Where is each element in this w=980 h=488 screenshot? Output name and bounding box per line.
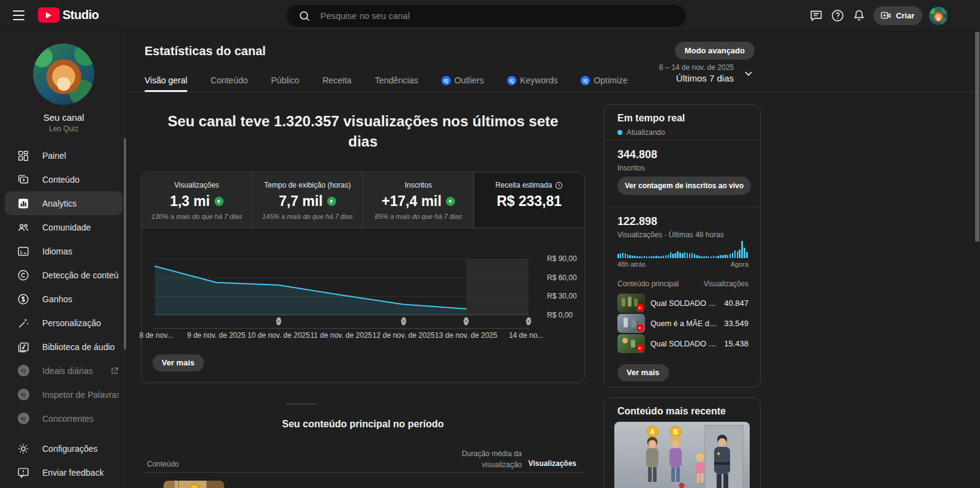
views-48h-label: Visualizações · Últimas 48 horas <box>617 231 724 239</box>
date-range-picker[interactable]: 8 – 14 de nov. de 2025 Últimos 7 dias <box>659 63 755 83</box>
live-subscriber-count-button[interactable]: Ver contagem de inscritos ao vivo <box>617 177 751 195</box>
shorts-badge-icon <box>637 304 643 311</box>
page-scrollbar[interactable] <box>975 32 979 242</box>
audio-library-icon <box>16 340 31 354</box>
sidebar-item-biblioteca-audio[interactable]: Biblioteca de áudio <box>0 335 127 359</box>
sidebar-item-analytics[interactable]: Analytics <box>5 191 123 215</box>
analytics-icon <box>16 196 31 211</box>
shorts-upload-marker-icon[interactable] <box>462 317 470 326</box>
advanced-mode-button[interactable]: Modo avançado <box>675 42 755 59</box>
feedback-icon <box>16 465 31 480</box>
kpi-receita-estimada[interactable]: Receita estimada R$ 233,81 <box>474 172 584 227</box>
search-icon <box>298 10 311 22</box>
realtime-updating: Atualizando <box>617 128 665 137</box>
column-header-visualizacoes[interactable]: Visualizações <box>529 459 577 468</box>
latest-video-thumbnail[interactable]: A B <box>614 422 750 488</box>
subscriber-count: 344.808 <box>617 148 657 161</box>
overview-see-more-button[interactable]: Ver mais <box>153 354 204 372</box>
realtime-card: Em tempo real Atualizando 344.808 Inscri… <box>603 104 761 387</box>
video-thumbnail <box>617 334 645 353</box>
feedback-bubble-icon[interactable] <box>809 9 824 23</box>
vidiq-badge-icon: IQ <box>16 411 31 426</box>
overview-card: Visualizações 1,3 mi 130% a mais do que … <box>141 172 585 383</box>
sidebar-item-painel[interactable]: Painel <box>0 143 127 167</box>
overview-headline: Seu canal teve 1.320.357 visualizações n… <box>141 111 585 151</box>
sidebar-item-deteccao-conteudo[interactable]: Detecção de conteúdo <box>0 263 127 287</box>
table-row-thumbnail[interactable] <box>164 481 224 488</box>
realtime-bar-chart <box>617 240 748 258</box>
tab-publico[interactable]: Público <box>271 75 300 86</box>
x-tick: 10 de nov. de 2025 <box>247 331 310 340</box>
sidebar-item-ganhos[interactable]: Ganhos <box>0 287 127 311</box>
help-icon[interactable] <box>831 9 845 23</box>
subtitles-icon <box>16 244 31 259</box>
chart-x-axis <box>154 328 529 329</box>
shorts-upload-marker-icon[interactable] <box>525 317 532 326</box>
realtime-video-row[interactable]: Qual SOLDADO é o ALIE... 15.438 <box>617 334 748 353</box>
sidebar-scrollbar[interactable] <box>124 138 126 349</box>
sidebar-item-comunidade[interactable]: Comunidade <box>0 215 127 239</box>
sidebar-item-inspetor-palavras-chave[interactable]: IQ Inspetor de Palavras-chave <box>0 383 127 406</box>
video-thumbnail <box>617 294 645 313</box>
realtime-video-row[interactable]: Quem é a MÃE da MENI... 33.549 <box>617 314 748 333</box>
views-col-label: Visualizações <box>704 280 748 288</box>
date-range-text: 8 – 14 de nov. de 2025 <box>659 63 734 72</box>
tab-outliers[interactable]: IQOutliers <box>442 75 484 86</box>
tab-receita[interactable]: Receita <box>322 75 351 86</box>
youtube-logo-icon <box>38 7 59 23</box>
search-input[interactable] <box>320 11 680 21</box>
studio-logo[interactable]: Studio <box>38 7 99 23</box>
sidebar-menu: Painel Conteúdo Analytics Comunidade <box>0 143 127 484</box>
vidiq-badge-icon: IQ <box>16 387 31 402</box>
kpi-inscritos[interactable]: Inscritos +17,4 mil 85% a mais do que há… <box>363 172 474 227</box>
x-tick: 14 de no... <box>509 331 544 340</box>
axis-now: Agora <box>731 261 748 268</box>
subscriber-label: Inscritos <box>617 164 645 172</box>
kpi-visualizacoes[interactable]: Visualizações 1,3 mi 130% a mais do que … <box>141 172 252 227</box>
search-bar[interactable] <box>287 5 686 27</box>
sidebar-item-enviar-feedback[interactable]: Enviar feedback <box>0 460 127 484</box>
sidebar-item-ideais-diarias[interactable]: IQ Ideais diárias <box>0 359 127 383</box>
tab-tendencias[interactable]: Tendências <box>375 75 418 86</box>
create-button[interactable]: Criar <box>873 6 922 25</box>
dollar-icon <box>16 292 31 307</box>
shorts-badge-icon <box>637 324 643 332</box>
realtime-see-more-button[interactable]: Ver mais <box>617 364 669 381</box>
trend-up-icon <box>327 197 336 206</box>
kpi-tempo-exibicao[interactable]: Tempo de exibição (horas) 7,7 mil 145% a… <box>252 172 363 227</box>
coin-graphic <box>189 484 200 488</box>
sidebar-item-concorrentes[interactable]: IQ Concorrentes <box>0 406 127 430</box>
svg-text:B: B <box>673 429 677 435</box>
axis-48h-ago: 48h atrás <box>617 261 646 268</box>
tab-visao-geral[interactable]: Visão geral <box>145 75 187 86</box>
gear-icon <box>16 441 31 456</box>
y-tick: R$ 0,00 <box>547 311 573 319</box>
tab-conteudo[interactable]: Conteúdo <box>211 75 248 86</box>
account-avatar[interactable] <box>929 7 948 25</box>
section-divider <box>286 403 317 405</box>
trend-up-icon <box>214 197 224 206</box>
channel-avatar[interactable] <box>33 44 94 105</box>
live-dot-icon <box>617 130 622 135</box>
sidebar-item-personalizacao[interactable]: Personalização <box>0 311 127 335</box>
realtime-video-row[interactable]: Qual SOLDADO é um R... 40.847 <box>617 294 748 313</box>
video-thumbnail <box>617 314 645 333</box>
notifications-bell-icon[interactable] <box>852 9 867 23</box>
column-header-duracao: Duração média da visualização <box>448 448 522 470</box>
x-tick: 11 de nov. de 2025 <box>311 331 372 340</box>
sidebar-item-conteudo[interactable]: Conteúdo <box>0 167 127 191</box>
sidebar-item-idiomas[interactable]: Idiomas <box>0 239 127 263</box>
sidebar-item-configuracoes[interactable]: Configurações <box>0 437 127 460</box>
channel-subtitle: Leo Quiz <box>0 124 127 133</box>
latest-content-title: Conteúdo mais recente <box>617 406 726 417</box>
shorts-upload-marker-icon[interactable] <box>275 317 282 326</box>
kpi-row: Visualizações 1,3 mi 130% a mais do que … <box>141 172 584 228</box>
top-header: Studio Criar <box>0 0 980 31</box>
hamburger-menu-icon[interactable] <box>13 10 24 20</box>
tab-optimize[interactable]: IQOptimize <box>581 75 627 86</box>
external-link-icon <box>110 367 119 375</box>
shorts-upload-marker-icon[interactable] <box>400 317 407 326</box>
tab-keywords[interactable]: IQKeywords <box>507 75 557 86</box>
svg-text:A: A <box>650 429 654 435</box>
tabs-divider <box>128 92 980 93</box>
